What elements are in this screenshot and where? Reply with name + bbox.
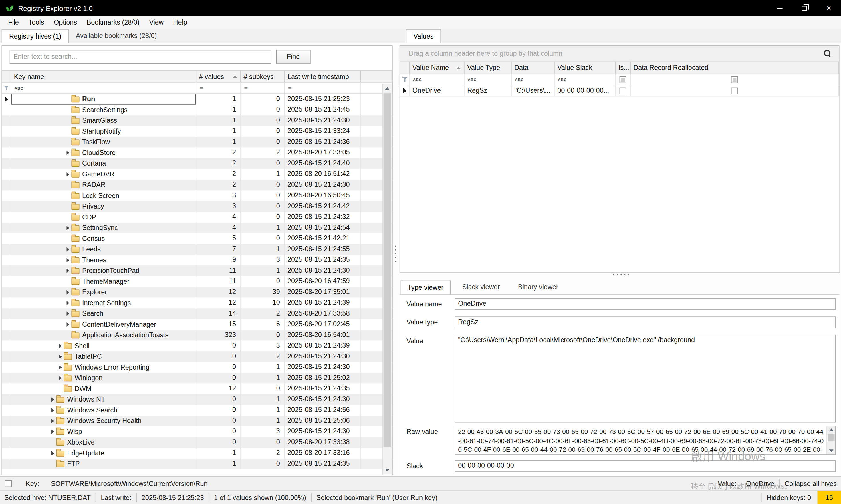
viewer-splitter[interactable] — [613, 274, 629, 275]
tree-row[interactable]: Winlogon012025-08-15 21:25:02 — [2, 373, 392, 383]
tree-row[interactable]: Cortana202025-08-15 21:24:40 — [2, 158, 392, 169]
filter-checkbox[interactable] — [731, 76, 738, 83]
filter-values-cell[interactable]: = — [196, 83, 241, 93]
tree-row[interactable]: XboxLive002025-08-20 17:33:38 — [2, 437, 392, 448]
filter-value-name-cell[interactable]: ABC — [410, 74, 465, 85]
status-checkbox[interactable] — [5, 480, 12, 487]
column-header-values[interactable]: # values — [196, 71, 241, 82]
filter-data-cell[interactable]: ABC — [512, 74, 555, 85]
tree-row[interactable]: TaskFlow102025-08-15 21:24:36 — [2, 137, 392, 148]
expand-icon[interactable] — [49, 408, 56, 412]
expand-icon[interactable] — [56, 376, 64, 380]
tree-row[interactable]: Census502025-08-15 21:42:21 — [2, 233, 392, 244]
tree-row[interactable]: Search1422025-08-20 17:33:58 — [2, 308, 392, 319]
slack-field[interactable]: 00-00-00-00-00-00 — [455, 460, 836, 472]
minimize-button[interactable] — [767, 0, 791, 16]
expand-icon[interactable] — [64, 322, 71, 327]
tab-type-viewer[interactable]: Type viewer — [401, 281, 450, 294]
tree-row[interactable]: DWM1202025-08-15 21:24:35 — [2, 383, 392, 394]
column-header-data-record-reallocated[interactable]: Data Record Reallocated — [631, 62, 839, 73]
menu-file[interactable]: File — [3, 19, 24, 26]
expand-icon[interactable] — [64, 247, 71, 251]
tree-vertical-scrollbar[interactable] — [382, 84, 392, 475]
data-record-reallocated-checkbox[interactable] — [731, 87, 738, 94]
tree-row[interactable]: RADAR202025-08-15 21:24:30 — [2, 180, 392, 191]
search-icon[interactable] — [824, 50, 831, 57]
tab-slack-viewer[interactable]: Slack viewer — [456, 281, 506, 294]
value-name-field[interactable]: OneDrive — [455, 298, 836, 310]
tree-row[interactable]: StartupNotify102025-08-15 21:33:24 — [2, 126, 392, 137]
filter-is-deleted-cell[interactable] — [616, 74, 631, 85]
find-button[interactable]: Find — [276, 50, 311, 64]
tree-row[interactable]: PrecisionTouchPad1112025-08-15 21:24:30 — [2, 266, 392, 276]
filter-value-type-cell[interactable]: ABC — [465, 74, 512, 85]
raw-value-field[interactable]: 22-00-43-00-3A-00-5C-00-55-00-73-00-65-0… — [455, 426, 836, 455]
expand-icon[interactable] — [49, 419, 56, 423]
tab-registry-hives-1[interactable]: Registry hives (1) — [2, 30, 69, 43]
expand-icon[interactable] — [64, 151, 71, 155]
filter-value-slack-cell[interactable]: ABC — [555, 74, 616, 85]
collapse-all-hives-button[interactable]: Collapse all hives — [785, 480, 837, 487]
expand-icon[interactable] — [64, 311, 71, 316]
column-header-value-slack[interactable]: Value Slack — [555, 62, 616, 73]
tree-row[interactable]: SettingSync412025-08-15 21:24:54 — [2, 222, 392, 233]
menu-tools[interactable]: Tools — [24, 19, 49, 26]
expand-icon[interactable] — [64, 301, 71, 305]
filter-timestamp-cell[interactable]: = — [285, 83, 361, 93]
scroll-down-button[interactable] — [383, 466, 392, 475]
messages-badge[interactable]: 15 — [818, 491, 841, 504]
is-deleted-checkbox[interactable] — [620, 87, 626, 94]
tab-available-bookmarks-28-0[interactable]: Available bookmarks (28/0) — [69, 30, 164, 43]
filter-key-name-cell[interactable]: ABC — [11, 83, 196, 93]
column-header-value-name[interactable]: Value Name — [410, 62, 465, 73]
column-header-key-name[interactable]: Key name — [11, 71, 196, 82]
tree-row[interactable]: Shell032025-08-15 21:24:39 — [2, 341, 392, 352]
tree-row[interactable]: Windows Security Health012025-08-15 21:2… — [2, 416, 392, 427]
scroll-down-button[interactable] — [827, 447, 835, 454]
scrollbar-thumb[interactable] — [827, 434, 835, 442]
tree-row[interactable]: ContentDeliveryManager1562025-08-20 17:0… — [2, 319, 392, 330]
search-input[interactable] — [10, 50, 271, 64]
menu-view[interactable]: View — [144, 19, 168, 26]
filter-subkeys-cell[interactable]: = — [241, 83, 285, 93]
expand-icon[interactable] — [49, 430, 56, 434]
scroll-up-button[interactable] — [827, 427, 835, 433]
value-type-field[interactable]: RegSz — [455, 317, 836, 328]
column-header-value-type[interactable]: Value Type — [465, 62, 512, 73]
expand-icon[interactable] — [64, 269, 71, 273]
tree-row[interactable]: GameDVR212025-08-20 16:51:42 — [2, 169, 392, 180]
expand-icon[interactable] — [64, 290, 71, 294]
menu-bookmarks-28-0[interactable]: Bookmarks (28/0) — [82, 19, 144, 26]
tree-row[interactable]: Lock Screen302025-08-20 16:50:45 — [2, 191, 392, 201]
tree-row[interactable]: CDP402025-08-15 21:24:32 — [2, 212, 392, 223]
tree-row[interactable]: ApplicationAssociationToasts32302025-08-… — [2, 330, 392, 341]
expand-icon[interactable] — [56, 344, 64, 348]
tree-row[interactable]: Explorer12392025-08-20 17:35:01 — [2, 287, 392, 298]
menu-help[interactable]: Help — [168, 19, 192, 26]
scroll-up-button[interactable] — [383, 84, 392, 93]
tree-row[interactable]: ThemeManager1102025-08-20 16:47:59 — [2, 276, 392, 287]
menu-options[interactable]: Options — [49, 19, 82, 26]
scrollbar-thumb[interactable] — [383, 93, 391, 447]
filter-checkbox[interactable] — [620, 76, 626, 83]
expand-icon[interactable] — [64, 226, 71, 230]
expand-icon[interactable] — [56, 355, 64, 359]
column-header-subkeys[interactable]: # subkeys — [241, 71, 285, 82]
tree-row[interactable]: Themes932025-08-15 21:24:35 — [2, 255, 392, 266]
panel-splitter[interactable] — [394, 246, 397, 262]
tree-row[interactable]: SearchSettings102025-08-15 21:24:45 — [2, 105, 392, 115]
tree-row[interactable]: Run102025-08-15 21:25:23 — [2, 94, 392, 105]
tab-binary-viewer[interactable]: Binary viewer — [512, 281, 565, 294]
expand-icon[interactable] — [49, 451, 56, 455]
tree-row[interactable]: SmartGlass102025-08-15 21:24:30 — [2, 115, 392, 126]
tree-row[interactable]: EdgeUpdate122025-08-20 17:33:16 — [2, 448, 392, 459]
maximize-button[interactable] — [792, 0, 817, 16]
filter-data-record-reallocated-cell[interactable] — [631, 74, 839, 85]
tab-values[interactable]: Values — [406, 30, 441, 43]
column-header-is-deleted[interactable]: Is... — [616, 62, 631, 73]
tree-row[interactable]: CloudStore222025-08-20 17:33:05 — [2, 148, 392, 159]
tree-row[interactable]: Windows Search012025-08-15 21:24:56 — [2, 405, 392, 416]
column-header-data[interactable]: Data — [512, 62, 555, 73]
expand-icon[interactable] — [56, 365, 64, 370]
tree-row[interactable]: Windows NT012025-08-15 21:24:30 — [2, 394, 392, 405]
